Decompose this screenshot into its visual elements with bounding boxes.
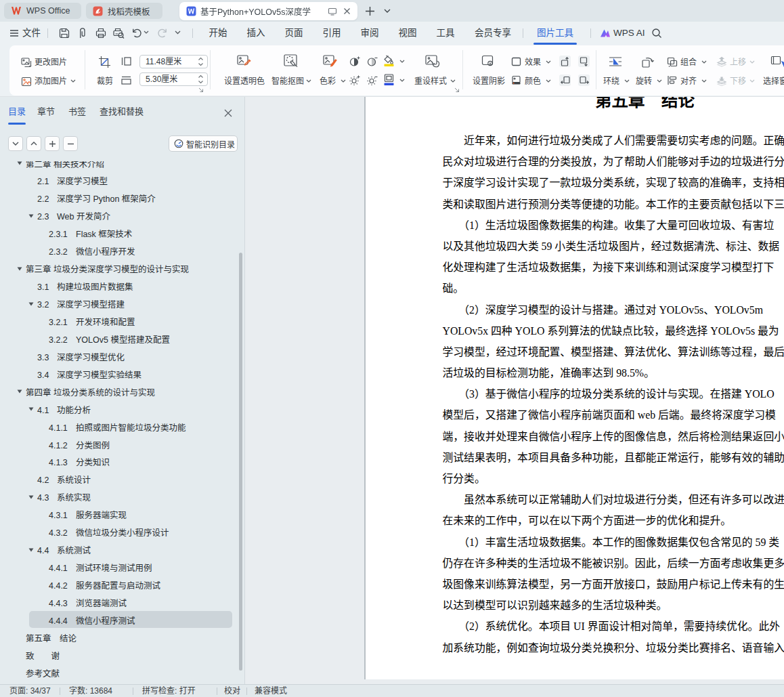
fill-color-icon[interactable]: [383, 54, 395, 67]
close-tab-icon[interactable]: [343, 7, 351, 15]
picture-color-button[interactable]: 颜色: [525, 77, 541, 86]
toc-item[interactable]: 2.3.1Flask 框架技术: [0, 225, 238, 242]
toc-item[interactable]: 致 谢: [0, 646, 238, 664]
add-picture-button[interactable]: 添加图片: [35, 77, 67, 86]
sidebar-close-icon[interactable]: [223, 108, 234, 119]
size-dialog-launcher-icon[interactable]: [198, 87, 204, 93]
collapse-arrow-icon[interactable]: [28, 213, 34, 219]
toc-item[interactable]: 2.2深度学习 Python 框架简介: [0, 190, 238, 207]
menu-picture-tools[interactable]: 图片工具: [535, 22, 575, 45]
smart-cutout-dropdown-icon[interactable]: [306, 79, 311, 85]
toc-item[interactable]: 4.2系统设计: [0, 471, 238, 488]
toc-item[interactable]: 4.3.1服务器端实现: [0, 506, 238, 524]
move-down-button[interactable]: 下移: [730, 77, 746, 86]
toc-item[interactable]: 第三章 垃圾分类深度学习模型的设计与实现: [0, 260, 238, 278]
toc-item[interactable]: 3.4深度学习模型实验结果: [0, 365, 238, 383]
nudge-down-icon[interactable]: [578, 56, 590, 67]
toc-item[interactable]: 2.3.2微信小程序开发: [0, 242, 238, 260]
toc-item[interactable]: 第五章 结论: [0, 629, 238, 646]
fill-color-dropdown-icon[interactable]: [399, 60, 405, 65]
toc-collapse-button[interactable]: [63, 136, 78, 151]
collapse-arrow-icon[interactable]: [28, 547, 34, 553]
toc-item[interactable]: 3.2.2YOLOv5 模型搭建及配置: [0, 330, 238, 347]
rotate-dropdown-icon[interactable]: [657, 79, 662, 85]
group-dropdown-icon[interactable]: [701, 60, 707, 66]
contrast-increase-icon[interactable]: [349, 56, 360, 66]
color-adjust-button[interactable]: 色彩: [320, 77, 336, 86]
collapse-arrow-icon[interactable]: [28, 301, 34, 307]
toc-item[interactable]: 2.3Web 开发简介: [0, 207, 238, 225]
toc-item[interactable]: 4.3.2微信垃圾分类小程序设计: [0, 524, 238, 541]
picture-width-field[interactable]: 11.48厘米: [139, 55, 208, 68]
wrap-dropdown-icon[interactable]: [624, 79, 630, 85]
toc-item[interactable]: 4.1.1拍照或图片智能垃圾分类功能: [0, 418, 238, 436]
toc-next-heading-button[interactable]: [8, 136, 23, 151]
menu-home[interactable]: 开始: [206, 22, 230, 45]
move-up-dropdown-icon[interactable]: [749, 60, 755, 66]
add-picture-dropdown-icon[interactable]: [70, 79, 76, 85]
sidebar-tab-chapter[interactable]: 章节: [37, 105, 55, 119]
group-button[interactable]: 组合: [680, 58, 697, 67]
menu-review[interactable]: 审阅: [358, 22, 381, 45]
sidebar-scrollbar[interactable]: [239, 253, 242, 671]
spellcheck-status[interactable]: 拼写检查: 打开: [142, 685, 196, 697]
set-shadow-button[interactable]: 设置阴影: [473, 77, 505, 86]
wrap-button[interactable]: 环绕: [603, 77, 619, 86]
toc-item[interactable]: 2.1深度学习模型: [0, 172, 238, 190]
tab-document-active[interactable]: 基于Python+YOLOv5s深度学: [179, 2, 357, 20]
width-spinner[interactable]: [198, 57, 204, 66]
brightness-decrease-icon[interactable]: [367, 75, 378, 85]
effects-button[interactable]: 效果: [525, 58, 541, 67]
toc-item[interactable]: 3.3深度学习模型优化: [0, 347, 238, 365]
reset-style-button[interactable]: 重设样式: [414, 77, 447, 86]
page-indicator[interactable]: 页面: 34/37: [9, 685, 51, 697]
print-preview-icon[interactable]: [112, 27, 125, 39]
toc-item[interactable]: 第二章 相关技术介绍: [0, 161, 238, 172]
sidebar-tab-toc[interactable]: 目录: [8, 105, 26, 119]
toc-item[interactable]: 3.1构建垃圾图片数据集: [0, 278, 238, 295]
collapse-arrow-icon[interactable]: [17, 389, 22, 394]
redo-dropdown-icon[interactable]: [175, 30, 181, 35]
menu-tools[interactable]: 工具: [434, 22, 457, 45]
contrast-decrease-icon[interactable]: [367, 56, 378, 66]
word-count[interactable]: 字数: 13684: [69, 685, 112, 697]
file-menu[interactable]: 文件: [9, 22, 41, 45]
move-down-dropdown-icon[interactable]: [749, 79, 755, 85]
rotate-button[interactable]: 旋转: [636, 77, 652, 86]
brightness-increase-icon[interactable]: [349, 75, 360, 85]
undo-icon[interactable]: [131, 27, 144, 39]
move-up-button[interactable]: 上移: [730, 58, 746, 67]
smart-cutout-button[interactable]: 智能抠图: [271, 77, 304, 86]
nudge-right-icon[interactable]: [578, 75, 590, 86]
height-spinner[interactable]: [198, 75, 204, 84]
align-dropdown-icon[interactable]: [701, 79, 707, 85]
wps-ai-label[interactable]: WPS AI: [613, 22, 645, 45]
save-icon[interactable]: [58, 27, 70, 39]
toc-item[interactable]: 4.4.2服务器配置与启动测试: [0, 576, 238, 594]
color-dialog-launcher-icon[interactable]: [454, 87, 460, 93]
picture-color-dropdown-icon[interactable]: [546, 79, 551, 85]
undo-dropdown-icon[interactable]: [144, 30, 149, 34]
toc-item[interactable]: 3.2.1开发环境和配置: [0, 312, 238, 330]
nudge-up-icon[interactable]: [559, 56, 571, 67]
toc-item[interactable]: 4.4系统测试: [0, 541, 238, 559]
menu-insert[interactable]: 插入: [244, 22, 267, 45]
effects-dropdown-icon[interactable]: [546, 60, 551, 66]
toc-expand-button[interactable]: [45, 136, 60, 151]
toc-item[interactable]: 4.1功能分析: [0, 400, 238, 418]
tab-list-button[interactable]: [380, 4, 394, 18]
menu-view[interactable]: 视图: [396, 22, 419, 45]
new-tab-button[interactable]: [363, 4, 376, 18]
nudge-left-icon[interactable]: [559, 75, 571, 86]
toc-item[interactable]: 参考文献: [0, 664, 238, 679]
toc-item[interactable]: 4.3系统实现: [0, 488, 238, 506]
toc-previous-heading-button[interactable]: [26, 136, 41, 151]
set-transparent-button[interactable]: 设置透明色: [224, 77, 265, 86]
collapse-arrow-icon[interactable]: [17, 266, 22, 272]
document-area[interactable]: 第五章 结论 近年来，如何进行垃圾分类成了人们需要需要切实考虑的问题。正确民众对…: [245, 97, 784, 684]
toc-item[interactable]: 4.1.2分类图例: [0, 436, 238, 453]
print-icon[interactable]: [95, 27, 107, 39]
align-button[interactable]: 对齐: [680, 77, 697, 86]
outline-color-icon[interactable]: [383, 73, 395, 86]
crop-button[interactable]: 裁剪: [97, 77, 113, 86]
